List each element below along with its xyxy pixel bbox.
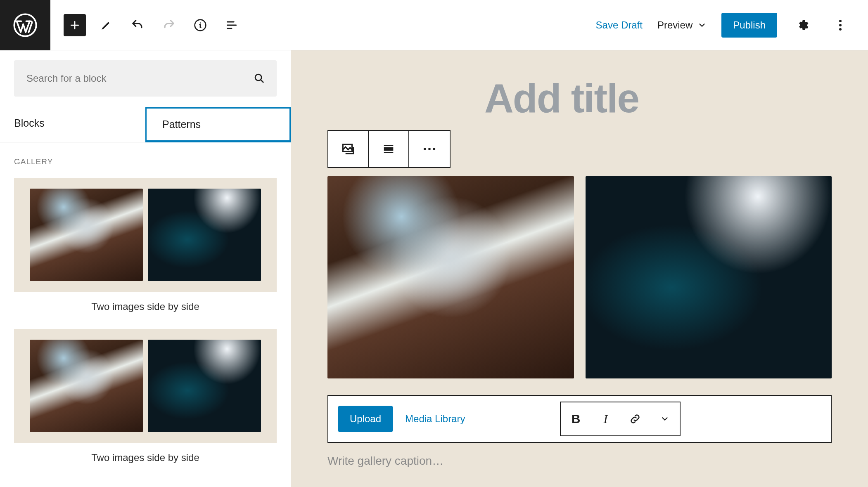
pattern-category-label: Gallery [14, 157, 277, 166]
tab-patterns[interactable]: Patterns [145, 107, 291, 142]
edit-icon[interactable] [95, 14, 117, 36]
toolbar-right-group: Save Draft Preview Publish [596, 13, 851, 38]
pattern-item[interactable]: Two images side by side [14, 329, 277, 463]
info-button[interactable] [189, 14, 211, 36]
italic-button[interactable]: I [591, 402, 620, 435]
block-toolbar [327, 130, 451, 168]
pattern-preview [14, 329, 277, 443]
thumbnail-image [148, 340, 261, 432]
svg-point-3 [839, 24, 842, 26]
block-inserter-panel: Blocks Patterns Gallery Two images side … [0, 50, 291, 487]
toolbar-left-group [64, 14, 243, 36]
undo-button[interactable] [126, 14, 149, 36]
svg-point-10 [433, 148, 436, 150]
gallery-image[interactable] [586, 176, 832, 378]
settings-button[interactable] [792, 14, 814, 36]
format-more-button[interactable] [650, 402, 680, 435]
chevron-down-icon [697, 21, 707, 30]
pattern-item[interactable]: Two images side by side [14, 178, 277, 312]
post-title-input[interactable]: Add title [484, 75, 832, 122]
upload-button[interactable]: Upload [338, 406, 393, 432]
link-button[interactable] [620, 402, 650, 435]
svg-point-4 [839, 28, 842, 31]
inserter-tabs: Blocks Patterns [0, 107, 291, 142]
tab-blocks[interactable]: Blocks [0, 107, 145, 142]
search-input[interactable] [26, 72, 254, 85]
thumbnail-image [148, 189, 261, 281]
gallery-image[interactable] [327, 176, 574, 378]
gallery-caption-input[interactable]: Write gallery caption… [327, 454, 832, 468]
block-search[interactable] [14, 60, 277, 97]
editor-canvas[interactable]: Add title Upload Media Library [291, 50, 868, 487]
svg-rect-7 [384, 147, 394, 151]
alignment-button[interactable] [369, 131, 409, 167]
preview-dropdown[interactable]: Preview [657, 19, 707, 31]
outline-button[interactable] [221, 14, 243, 36]
preview-label: Preview [657, 19, 693, 31]
thumbnail-image [30, 340, 143, 432]
more-options-button[interactable] [829, 14, 851, 36]
redo-button [158, 14, 180, 36]
save-draft-link[interactable]: Save Draft [596, 19, 643, 31]
block-type-button[interactable] [328, 131, 369, 167]
pattern-preview [14, 178, 277, 292]
block-more-button[interactable] [409, 131, 450, 167]
pattern-label: Two images side by side [14, 301, 277, 312]
media-library-link[interactable]: Media Library [405, 413, 465, 425]
publish-button[interactable]: Publish [721, 13, 777, 38]
top-toolbar: Save Draft Preview Publish [0, 0, 868, 50]
main-area: Blocks Patterns Gallery Two images side … [0, 50, 868, 487]
pattern-label: Two images side by side [14, 452, 277, 463]
thumbnail-image [30, 189, 143, 281]
bold-button[interactable]: B [561, 402, 591, 435]
search-icon [254, 73, 265, 84]
wordpress-logo[interactable] [0, 0, 50, 50]
svg-point-8 [424, 148, 426, 150]
media-placeholder-bar: Upload Media Library B I [327, 395, 832, 443]
svg-point-9 [428, 148, 431, 150]
gallery-block[interactable] [327, 176, 832, 378]
svg-point-2 [839, 20, 842, 22]
add-block-button[interactable] [64, 14, 86, 36]
inline-format-toolbar: B I [560, 402, 681, 436]
